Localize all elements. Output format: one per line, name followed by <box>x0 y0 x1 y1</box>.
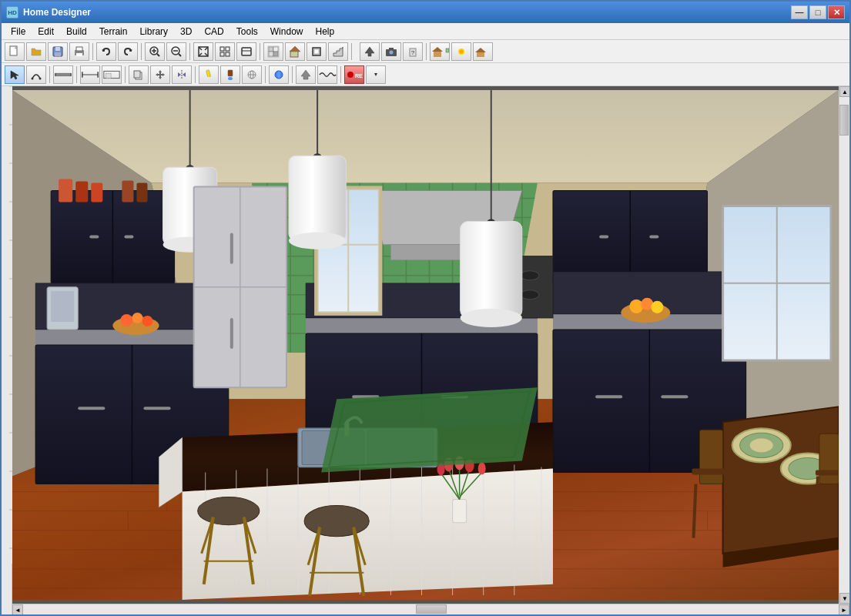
grid-button[interactable] <box>215 42 235 61</box>
zoom-in-button[interactable] <box>145 42 165 61</box>
svg-marker-43 <box>432 47 443 52</box>
svg-rect-5 <box>76 47 82 51</box>
menu-tools[interactable]: Tools <box>230 25 264 38</box>
svg-rect-239 <box>819 434 839 484</box>
save-button[interactable] <box>48 42 68 61</box>
scroll-track-right[interactable] <box>839 97 849 593</box>
svg-rect-3 <box>55 52 61 56</box>
menu-help[interactable]: Help <box>309 25 340 38</box>
house3d-tool[interactable] <box>430 42 450 61</box>
svg-rect-31 <box>273 52 278 56</box>
material-tool[interactable] <box>269 65 289 84</box>
menu-file[interactable]: File <box>5 25 32 38</box>
arc-tool[interactable] <box>26 65 46 84</box>
stairs-tool[interactable] <box>328 42 348 61</box>
svg-rect-255 <box>230 233 233 264</box>
roof3d-tool[interactable] <box>473 42 493 61</box>
scroll-thumb-bottom[interactable] <box>416 604 447 614</box>
dim-tool[interactable] <box>80 65 100 84</box>
svg-point-215 <box>461 309 522 327</box>
arrow-up-tool[interactable] <box>360 42 380 61</box>
wall-draw[interactable] <box>53 65 73 84</box>
svg-marker-202 <box>321 387 538 472</box>
pencil-tool[interactable] <box>199 65 219 84</box>
scroll-left-button[interactable]: ◄ <box>12 604 23 614</box>
svg-rect-22 <box>226 47 230 51</box>
svg-marker-64 <box>178 72 181 77</box>
svg-rect-39 <box>389 48 394 50</box>
menu-build[interactable]: Build <box>60 25 93 38</box>
svg-marker-74 <box>301 70 310 79</box>
menu-edit[interactable]: Edit <box>32 25 60 38</box>
move-tool[interactable] <box>150 65 170 84</box>
more1-button[interactable] <box>236 42 256 61</box>
camera-tool[interactable] <box>381 42 401 61</box>
menu-terrain[interactable]: Terrain <box>93 25 134 38</box>
svg-point-69 <box>228 77 233 80</box>
mirror-tool[interactable] <box>172 65 192 84</box>
maximize-button[interactable]: □ <box>809 5 826 19</box>
sep-6 <box>426 43 427 60</box>
rec-dropdown[interactable] <box>366 65 386 84</box>
texture-tool[interactable] <box>242 65 262 84</box>
scroll-up-button[interactable]: ▲ <box>839 86 849 97</box>
svg-point-200 <box>478 462 486 474</box>
up-arrow-tool[interactable] <box>296 65 316 84</box>
svg-rect-151 <box>143 407 170 410</box>
toolbar-1: ? <box>2 40 849 63</box>
svg-point-216 <box>198 497 260 525</box>
svg-point-50 <box>32 77 34 79</box>
menu-window[interactable]: Window <box>264 25 310 38</box>
svg-point-247 <box>629 300 643 313</box>
app-icon: HD <box>6 6 18 18</box>
house-tool[interactable] <box>285 42 305 61</box>
svg-point-211 <box>289 233 346 249</box>
copy-tool[interactable] <box>129 65 149 84</box>
scrollbar-right[interactable]: ▲ ▼ <box>839 86 849 604</box>
scroll-thumb-right[interactable] <box>839 105 849 136</box>
svg-rect-210 <box>289 156 346 240</box>
menu-library[interactable]: Library <box>133 25 174 38</box>
redo-button[interactable] <box>118 42 138 61</box>
kitchen-scene <box>12 86 839 604</box>
svg-rect-235 <box>699 430 722 484</box>
svg-rect-140 <box>599 236 608 239</box>
svg-rect-150 <box>78 407 105 410</box>
svg-point-245 <box>142 316 152 326</box>
floorplan-view[interactable] <box>102 65 122 84</box>
room-tool[interactable] <box>307 42 327 61</box>
fit-button[interactable] <box>193 42 213 61</box>
menu-cad[interactable]: CAD <box>198 25 230 38</box>
svg-point-222 <box>304 506 369 537</box>
sep-2 <box>141 43 142 60</box>
new-button[interactable] <box>5 42 25 61</box>
svg-marker-65 <box>183 72 186 77</box>
record-button[interactable]: REC <box>344 65 364 84</box>
select-tool[interactable] <box>5 65 25 84</box>
sun-tool[interactable] <box>451 42 471 61</box>
paint-tool[interactable] <box>220 65 240 84</box>
svg-rect-2 <box>55 47 60 51</box>
scroll-down-button[interactable]: ▼ <box>839 593 849 604</box>
open-button[interactable] <box>26 42 46 61</box>
question-tool[interactable]: ? <box>403 42 423 61</box>
svg-rect-163 <box>595 395 622 398</box>
print-button[interactable] <box>69 42 89 61</box>
undo-button[interactable] <box>96 42 116 61</box>
menu-3d[interactable]: 3D <box>174 25 198 38</box>
wall-tool[interactable] <box>263 42 283 61</box>
close-button[interactable]: ✕ <box>828 5 845 19</box>
wave-tool[interactable] <box>317 65 337 84</box>
sep2-7 <box>340 66 341 83</box>
svg-marker-36 <box>365 47 374 56</box>
sep-5 <box>351 43 352 60</box>
scroll-track-bottom[interactable] <box>23 604 839 614</box>
scroll-right-button[interactable]: ► <box>839 604 849 614</box>
sep2-4 <box>195 66 196 83</box>
minimize-button[interactable]: — <box>791 5 808 19</box>
svg-rect-191 <box>453 500 467 523</box>
canvas-3d[interactable] <box>12 86 839 604</box>
zoom-out-button[interactable] <box>166 42 186 61</box>
svg-rect-25 <box>242 48 251 55</box>
svg-point-46 <box>460 49 464 53</box>
